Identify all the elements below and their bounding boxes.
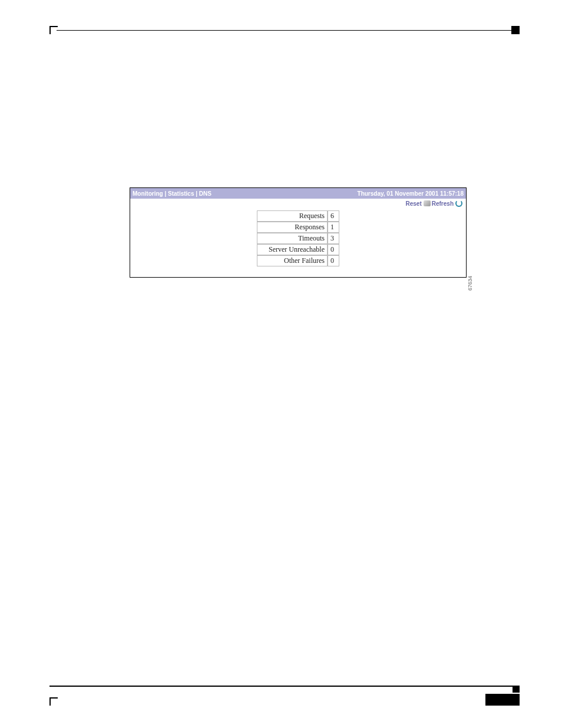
footer-block	[485, 694, 520, 706]
stat-label: Timeouts	[257, 233, 328, 244]
reset-icon[interactable]	[424, 200, 431, 206]
table-row: Other Failures 0	[257, 255, 339, 266]
refresh-icon[interactable]	[455, 200, 462, 207]
crop-mark-bottom-left	[49, 697, 58, 706]
stat-label: Responses	[257, 222, 328, 233]
header-rule	[57, 30, 511, 31]
stat-value: 0	[328, 255, 339, 266]
stat-label: Server Unreachable	[257, 244, 328, 255]
table-row: Timeouts 3	[257, 233, 339, 244]
stats-panel: Monitoring | Statistics | DNS Thursday, …	[130, 187, 467, 278]
stat-label: Requests	[257, 210, 328, 222]
table-row: Requests 6	[257, 210, 339, 222]
panel-header: Monitoring | Statistics | DNS Thursday, …	[130, 188, 466, 199]
stat-label: Other Failures	[257, 255, 328, 266]
stat-value: 6	[328, 210, 339, 222]
stats-table: Requests 6 Responses 1 Timeouts 3 Server…	[257, 210, 339, 266]
page-container: Monitoring | Statistics | DNS Thursday, …	[0, 0, 562, 728]
timestamp: Thursday, 01 November 2001 11:57:18	[358, 190, 464, 197]
stat-value: 3	[328, 233, 339, 244]
figure-id: 67634	[467, 276, 473, 291]
footer-rule	[49, 686, 513, 687]
crop-mark-top-right	[511, 26, 520, 34]
stat-value: 0	[328, 244, 339, 255]
stat-value: 1	[328, 222, 339, 233]
table-row: Server Unreachable 0	[257, 244, 339, 255]
refresh-button[interactable]: Refresh	[432, 200, 454, 207]
toolbar: Reset Refresh	[130, 199, 466, 208]
reset-button[interactable]: Reset	[406, 200, 422, 207]
breadcrumb: Monitoring | Statistics | DNS	[133, 190, 211, 197]
table-row: Responses 1	[257, 222, 339, 233]
crop-mark-bottom-right-small	[513, 686, 520, 693]
